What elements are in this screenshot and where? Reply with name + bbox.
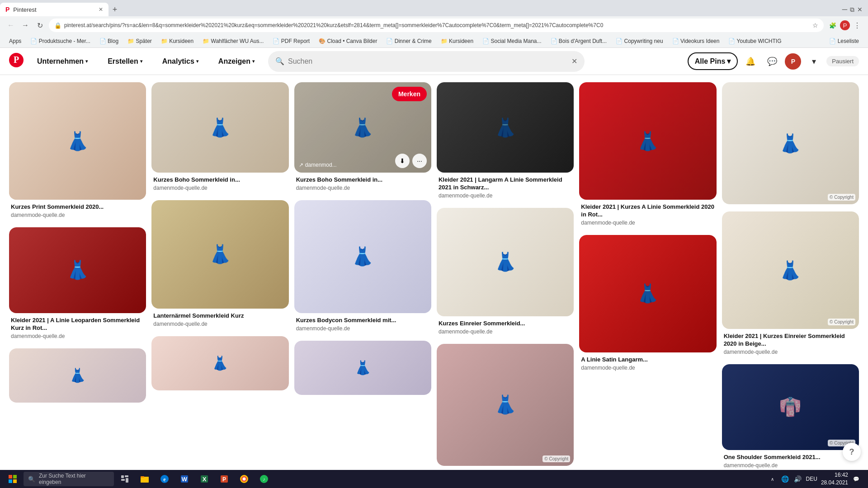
pin-card[interactable]: 👗 A Linie Satin Langarm... damenmode-que… <box>579 235 716 373</box>
account-menu-button[interactable]: ▾ <box>805 52 823 70</box>
taskbar-search[interactable]: 🔍 Zur Suche Text hier eingeben <box>24 472 114 486</box>
minimize-button[interactable]: ─ <box>842 5 847 14</box>
nav-analytics-label: Analytics <box>162 57 194 66</box>
clock-time: 16:42 <box>821 471 848 479</box>
pin-card[interactable]: 👗 <box>9 348 146 403</box>
pin-card[interactable]: 👗 <box>151 336 288 390</box>
pin-info: Kleider 2021 | Kurzes A Linie Sommerklei… <box>579 200 716 228</box>
help-button[interactable]: ? <box>843 443 861 461</box>
taskbar-search-text: Zur Suche Text hier eingeben <box>39 473 109 485</box>
nav-unternehmen[interactable]: Unternehmen ▾ <box>31 54 94 69</box>
pin-info: Kleider 2021 | A Linie Leoparden Sommerk… <box>9 313 146 341</box>
file-explorer-button[interactable] <box>136 471 154 487</box>
nav-anzeigen[interactable]: Anzeigen ▾ <box>212 54 261 69</box>
active-tab[interactable]: P Pinterest ✕ <box>0 3 108 16</box>
notifications-button[interactable]: 🔔 <box>741 52 760 70</box>
edge-button[interactable]: e <box>156 471 174 487</box>
pin-card[interactable]: 👗 Kurzes Print Sommerkleid 2020... damen… <box>9 82 146 220</box>
nav-erstellen[interactable]: Erstellen ▾ <box>101 54 149 69</box>
bookmark-kursideen2[interactable]: 📁 Kursideen <box>437 37 477 45</box>
address-bar[interactable]: 🔒 pinterest.at/search/pins/?rs=ac&len=8&… <box>49 19 824 32</box>
language-indicator[interactable]: DEU <box>806 476 817 482</box>
bookmarks-apps[interactable]: Apps <box>5 37 25 45</box>
pin-source: damenmode-quelle.de <box>11 212 144 218</box>
pin-card[interactable]: 👗 Kleider 2021 | Langarm A Linie Sommerk… <box>437 82 574 201</box>
svg-rect-8 <box>121 479 125 481</box>
nav-analytics[interactable]: Analytics ▾ <box>156 54 205 69</box>
restore-button[interactable]: ⧉ <box>850 6 854 14</box>
bookmark-produktsuche[interactable]: 📄 Produktsuche - Mer... <box>27 37 94 45</box>
tray-chevron[interactable]: ∧ <box>768 474 777 483</box>
bookmark-bois[interactable]: 📄 Bois d'Argent Duft... <box>547 37 611 45</box>
bookmark-social[interactable]: 📄 Social Media Mana... <box>479 37 545 45</box>
bookmark-pdf[interactable]: 📄 PDF Report <box>269 37 313 45</box>
pin-card[interactable]: 👗 Kurzes Einreier Sommerkleid... damenmo… <box>437 208 574 337</box>
back-button[interactable]: ← <box>5 20 16 31</box>
notification-center-button[interactable]: 💬 <box>852 474 861 483</box>
bookmark-leseliste[interactable]: 📄 Leseliste <box>826 37 863 45</box>
bookmark-kursideen1[interactable]: 📁 Kursideen <box>157 37 197 45</box>
more-action-button[interactable]: ··· <box>412 154 427 168</box>
bookmark-youtube[interactable]: 📄 Youtube WICHTIG <box>725 37 785 45</box>
new-tab-button[interactable]: + <box>108 3 121 16</box>
pin-source: damenmode-quelle.de <box>153 185 287 191</box>
reload-button[interactable]: ↻ <box>34 20 45 31</box>
user-avatar[interactable]: P <box>785 53 801 70</box>
bookmark-dinner[interactable]: 📄 Dinner & Crime <box>382 37 435 45</box>
start-button[interactable] <box>4 471 22 487</box>
bookmark-wahlfaecher[interactable]: 📁 Wahlfächer WU Aus... <box>199 37 267 45</box>
pin-card[interactable]: 👗 Kurzes Boho Sommerkleid in... damenmod… <box>151 82 288 193</box>
pin-card[interactable]: 👗 Merken ↗ damenmod... ⬇ ··· Kurzes Boho… <box>294 82 431 193</box>
svg-text:P: P <box>222 476 226 483</box>
close-button[interactable]: ✕ <box>857 6 863 13</box>
volume-icon[interactable]: 🔊 <box>793 474 802 483</box>
network-icon[interactable]: 🌐 <box>781 474 790 483</box>
search-input[interactable] <box>288 57 568 66</box>
extensions-button[interactable]: 🧩 <box>827 20 838 31</box>
paused-badge[interactable]: Pausiert <box>826 56 859 66</box>
pin-info: A Linie Satin Langarm... damenmode-quell… <box>579 352 716 373</box>
search-bar[interactable]: 🔍 ✕ <box>268 51 585 72</box>
bookmark-copywriting[interactable]: 📄 Copywriting neu <box>612 37 666 45</box>
pins-grid: 👗 Kurzes Print Sommerkleid 2020... damen… <box>9 82 859 470</box>
download-action-button[interactable]: ⬇ <box>395 154 410 168</box>
pin-card[interactable]: 👗 © Copyright <box>437 344 574 466</box>
spotify-button[interactable]: ♪ <box>255 471 273 487</box>
nav-unternehmen-arrow: ▾ <box>85 59 88 64</box>
excel-button[interactable]: X <box>195 471 213 487</box>
forward-button[interactable]: → <box>20 20 31 31</box>
pin-card[interactable]: 👗 Kurzes Bodycon Sommerkleid mit... dame… <box>294 200 431 333</box>
pin-title: Kleider 2021 | Langarm A Linie Sommerkle… <box>439 176 572 192</box>
task-view-button[interactable] <box>116 471 134 487</box>
pin-card[interactable]: 👗 Kleider 2021 | A Linie Leoparden Somme… <box>9 227 146 341</box>
pin-card[interactable]: 👘 © Copyright One Shoulder Sommerkleid 2… <box>722 364 859 470</box>
word-button[interactable]: W <box>175 471 193 487</box>
menu-button[interactable]: ⋮ <box>852 20 863 31</box>
pin-card[interactable]: 👗 © Copyright <box>722 82 859 204</box>
messages-button[interactable]: 💬 <box>763 52 781 70</box>
bookmark-blog[interactable]: 📄 Blog <box>96 37 122 45</box>
bookmark-spaeter[interactable]: 📁 Später <box>124 37 156 45</box>
pin-card[interactable]: 👗 © Copyright Kleider 2021 | Kurzes Einr… <box>722 211 859 357</box>
pinterest-logo[interactable]: P <box>9 53 24 70</box>
pin-card[interactable]: 👗 <box>294 341 431 395</box>
pin-card[interactable]: 👗 Lanternärmel Sommerkleid Kurz damenmod… <box>151 200 288 329</box>
merken-button[interactable]: Merken <box>392 87 427 101</box>
svg-rect-6 <box>121 475 124 478</box>
star-icon[interactable]: ☆ <box>812 22 818 29</box>
powerpoint-button[interactable]: P <box>215 471 233 487</box>
chrome-button[interactable] <box>235 471 253 487</box>
header-right: Alle Pins ▾ 🔔 💬 P ▾ Pausiert <box>688 52 859 70</box>
svg-text:P: P <box>14 55 19 65</box>
tab-close-button[interactable]: ✕ <box>99 6 103 13</box>
profile-button[interactable]: P <box>840 20 850 30</box>
bookmark-cload[interactable]: 🎨 Cload • Canva Bilder <box>315 37 381 45</box>
all-pins-button[interactable]: Alle Pins ▾ <box>688 52 738 70</box>
search-icon: 🔍 <box>275 57 284 66</box>
bookmark-videokurs[interactable]: 📄 Videokurs Ideen <box>669 37 723 45</box>
clock[interactable]: 16:42 28.04.2021 <box>821 471 848 487</box>
pin-source: damenmode-quelle.de <box>439 328 572 335</box>
pin-card[interactable]: 👗 Kleider 2021 | Kurzes A Linie Sommerkl… <box>579 82 716 228</box>
search-clear-button[interactable]: ✕ <box>571 57 577 66</box>
user-initial: P <box>791 58 795 65</box>
